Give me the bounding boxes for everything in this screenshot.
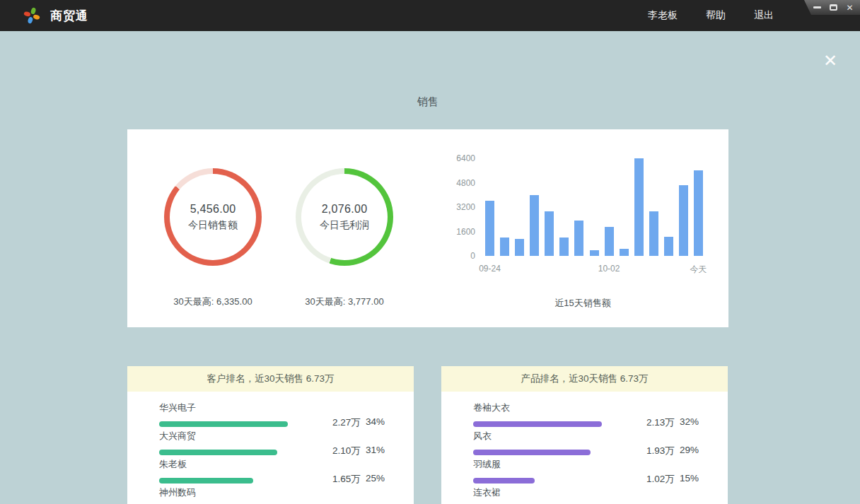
ranking-name: 风衣	[473, 428, 696, 444]
window-controls: ✕	[798, 0, 860, 15]
ranking-percent: 25%	[366, 473, 385, 484]
gauge-value: 2,076.00	[322, 203, 368, 216]
ranking-body: 卷袖大衣2.13万32%风衣1.93万29%羽绒服1.02万15%连衣裙	[441, 392, 728, 504]
today-sales-gauge: 5,456.00 今日销售额	[164, 168, 262, 266]
ranking-name: 大兴商贸	[159, 428, 382, 444]
minimize-icon	[813, 6, 821, 8]
overlay-close-button[interactable]: ✕	[820, 51, 840, 71]
today-profit-gauge: 2,076.00 今日毛利润	[296, 168, 393, 266]
chart-bar	[574, 221, 583, 256]
chart-bar	[545, 211, 554, 256]
ranking-body: 华兴电子2.27万34%大兴商贸2.10万31%朱老板1.65万25%神州数码	[127, 392, 414, 504]
ranking-name: 卷袖大衣	[473, 400, 696, 416]
menu-item-user[interactable]: 李老板	[648, 9, 678, 22]
x-axis-tick: 09-24	[479, 264, 501, 274]
chart-bar	[620, 249, 629, 256]
chart-bar	[679, 185, 688, 256]
chart-bar	[500, 238, 509, 256]
ranking-name: 羽绒服	[473, 457, 696, 472]
chart-bar	[634, 158, 644, 256]
x-axis-tick: 今天	[690, 264, 707, 276]
y-axis-tick: 1600	[431, 226, 475, 238]
ranking-name: 神州数码	[159, 485, 382, 500]
close-icon: ✕	[823, 51, 837, 71]
maximize-button[interactable]	[829, 3, 838, 12]
ranking-row: 神州数码	[159, 485, 382, 504]
chart-bar	[605, 227, 614, 256]
ranking-bar	[473, 478, 535, 484]
ranking-percent: 32%	[680, 416, 699, 427]
topbar: 商贸通 李老板 帮助 退出 ✕	[0, 0, 860, 31]
pinwheel-logo-icon	[23, 6, 41, 25]
customer-ranking-panel: 客户排名，近30天销售 6.73万 华兴电子2.27万34%大兴商贸2.10万3…	[127, 366, 414, 504]
chart-caption: 近15天销售额	[474, 297, 692, 310]
ranking-row: 大兴商贸2.10万31%	[159, 428, 382, 457]
ranking-value: 1.65万	[332, 473, 361, 486]
ranking-row: 羽绒服1.02万15%	[473, 457, 696, 485]
app-title: 商贸通	[50, 8, 88, 24]
ranking-value: 2.10万	[332, 445, 361, 457]
bar-chart-x-axis: 09-2410-02今天	[485, 264, 703, 275]
ranking-row: 卷袖大衣2.13万32%	[473, 400, 696, 428]
page-title: 销售	[127, 95, 728, 109]
x-axis-tick: 10-02	[598, 264, 620, 274]
chart-bar	[694, 170, 703, 256]
chart-bar	[649, 211, 658, 256]
chart-bar	[530, 195, 539, 256]
ranking-percent: 29%	[680, 445, 699, 455]
ranking-bar	[159, 478, 253, 484]
ranking-bar	[159, 450, 277, 455]
gauge-value: 5,456.00	[190, 203, 236, 216]
gauge-label: 今日毛利润	[320, 219, 369, 232]
gauge-inner: 5,456.00 今日销售额	[170, 174, 256, 260]
bar-chart-plot	[485, 158, 703, 256]
bar-chart-y-axis: 01600320048006400	[431, 158, 475, 256]
gauge-label: 今日销售额	[188, 219, 238, 232]
ranking-percent: 15%	[680, 473, 699, 484]
topbar-menu: 李老板 帮助 退出	[648, 0, 774, 31]
ranking-row: 华兴电子2.27万34%	[159, 400, 382, 428]
ranking-percent: 31%	[366, 445, 385, 455]
y-axis-tick: 3200	[431, 201, 475, 213]
chart-bar	[485, 201, 494, 256]
y-axis-tick: 6400	[431, 153, 475, 164]
ranking-row: 连衣裙	[473, 485, 696, 504]
ranking-row: 朱老板1.65万25%	[159, 457, 382, 485]
chart-bar	[590, 250, 599, 256]
ranking-name: 朱老板	[159, 457, 382, 472]
ranking-header: 产品排名，近30天销售 6.73万	[441, 366, 728, 392]
ranking-name: 华兴电子	[159, 400, 382, 416]
ranking-value: 2.27万	[332, 416, 361, 429]
chart-bar	[515, 239, 524, 256]
window-close-icon: ✕	[846, 4, 853, 12]
ranking-value: 1.02万	[646, 473, 675, 486]
y-axis-tick: 0	[431, 250, 475, 262]
ranking-header: 客户排名，近30天销售 6.73万	[127, 366, 414, 392]
product-ranking-panel: 产品排名，近30天销售 6.73万 卷袖大衣2.13万32%风衣1.93万29%…	[441, 366, 728, 504]
chart-bar	[559, 238, 569, 256]
chart-bar	[664, 237, 673, 256]
menu-item-help[interactable]: 帮助	[706, 9, 726, 22]
y-axis-tick: 4800	[431, 177, 475, 189]
profit-30day-max: 30天最高: 3,777.00	[260, 295, 429, 308]
window-close-button[interactable]: ✕	[845, 3, 854, 12]
ranking-bar	[159, 421, 288, 427]
gauge-inner: 2,076.00 今日毛利润	[301, 174, 388, 260]
maximize-icon	[830, 4, 837, 11]
sales-panel: 5,456.00 今日销售额 2,076.00 今日毛利润 30天最高: 6,3…	[127, 129, 728, 327]
ranking-percent: 34%	[366, 416, 385, 427]
ranking-name: 连衣裙	[473, 485, 696, 500]
menu-item-logout[interactable]: 退出	[754, 9, 774, 22]
ranking-value: 2.13万	[646, 416, 675, 429]
ranking-bar	[473, 450, 591, 455]
ranking-value: 1.93万	[646, 445, 675, 457]
ranking-bar	[473, 421, 602, 427]
minimize-button[interactable]	[813, 3, 822, 12]
ranking-row: 风衣1.93万29%	[473, 428, 696, 457]
